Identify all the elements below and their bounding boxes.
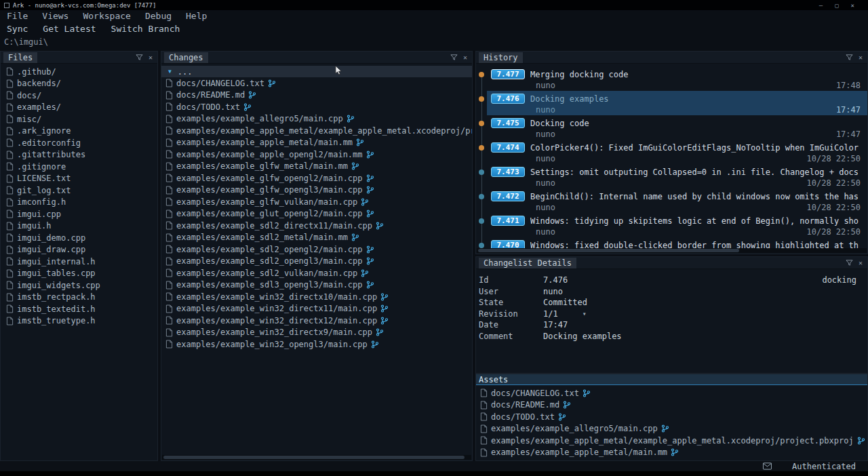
file-tree-item[interactable]: imgui_tables.cpp xyxy=(1,268,157,280)
asset-row[interactable]: docs/README.md xyxy=(476,399,867,412)
changed-file-row[interactable]: docs/CHANGELOG.txt xyxy=(161,77,472,90)
changed-file-row[interactable]: examples/example_glfw_vulkan/main.cpp xyxy=(161,196,472,208)
filter-icon[interactable] xyxy=(136,54,143,61)
commit-dot-icon xyxy=(479,121,484,126)
file-tree-item[interactable]: docs/ xyxy=(1,90,157,102)
changed-file-row[interactable]: examples/example_sdl2_opengl3/main.cpp xyxy=(161,256,472,268)
commit-line2: nuno 17:48 xyxy=(491,80,867,90)
changed-file-path: examples/example_sdl3_opengl3/main.cpp xyxy=(176,280,363,290)
commit-row[interactable]: 7.476 Docking examples nuno 17:47 xyxy=(476,91,867,115)
changed-file-row[interactable]: examples/example_win32_directx12/main.cp… xyxy=(161,315,472,327)
filter-icon[interactable] xyxy=(846,54,853,61)
file-tree-item[interactable]: imconfig.h xyxy=(1,197,157,209)
changed-file-row[interactable]: examples/example_win32_directx11/main.cp… xyxy=(161,303,472,315)
changed-file-row[interactable]: examples/example_apple_metal/main.mm xyxy=(161,137,472,149)
filter-icon[interactable] xyxy=(846,259,853,266)
changed-file-row[interactable]: examples/example_sdl2_directx11/main.cpp xyxy=(161,220,472,232)
changed-file-row[interactable]: examples/example_win32_opengl3/main.cpp xyxy=(161,338,472,351)
changed-file-row[interactable]: docs/TODO.txt xyxy=(161,101,472,113)
menu-item[interactable]: Workspace xyxy=(79,11,134,21)
file-icon xyxy=(165,292,173,301)
commit-row[interactable]: 7.475 Docking code nuno 17:47 xyxy=(476,115,867,140)
file-tree-item[interactable]: .gitignore xyxy=(1,161,157,173)
changed-file-row[interactable]: examples/example_sdl2_opengl2/main.cpp xyxy=(161,243,472,256)
changed-file-row[interactable]: docs/README.md xyxy=(161,90,472,102)
file-tree-item[interactable]: .ark_ignore xyxy=(1,125,157,138)
changed-file-row[interactable]: examples/example_sdl2_vulkan/main.cpp xyxy=(161,267,472,279)
close-panel-icon[interactable]: ✕ xyxy=(859,54,863,61)
file-tree-item[interactable]: .editorconfig xyxy=(1,137,157,149)
changes-panel-header: Changes ✕ xyxy=(161,52,472,64)
file-tree-item[interactable]: imgui_demo.cpp xyxy=(1,232,157,244)
changed-file-row[interactable]: examples/example_glfw_opengl3/main.cpp xyxy=(161,184,472,197)
changed-file-row[interactable]: examples/example_win32_directx10/main.cp… xyxy=(161,291,472,303)
asset-row[interactable]: examples/example_apple_metal/main.mm xyxy=(476,447,867,459)
file-tree-item[interactable]: .github/ xyxy=(1,66,157,78)
scrollbar-thumb[interactable] xyxy=(163,456,465,459)
file-tree-item[interactable]: imgui_draw.cpp xyxy=(1,244,157,256)
changes-root-node[interactable]: ▼ ... xyxy=(161,66,472,77)
changed-file-row[interactable]: examples/example_sdl2_metal/main.mm xyxy=(161,232,472,244)
changed-file-row[interactable]: examples/example_glfw_metal/main.mm xyxy=(161,161,472,173)
changed-file-row[interactable]: examples/example_sdl3_opengl3/main.cpp xyxy=(161,279,472,292)
expand-triangle-icon[interactable]: ▼ xyxy=(168,68,172,75)
file-tree-item[interactable]: misc/ xyxy=(1,113,157,125)
horizontal-scrollbar[interactable] xyxy=(477,248,867,253)
close-panel-icon[interactable]: ✕ xyxy=(463,54,467,61)
commit-row[interactable]: 7.471 Windows: tidying up skipitems logi… xyxy=(476,213,867,237)
file-tree-item[interactable]: imgui.h xyxy=(1,220,157,233)
file-tree-item[interactable]: git_log.txt xyxy=(1,184,157,197)
commit-row[interactable]: 7.473 Settings: omit outputing Collapsed… xyxy=(476,164,867,189)
detail-field: Comment Docking examples xyxy=(479,331,867,342)
vcs-branch-status-icon xyxy=(268,79,276,87)
toolbar-button[interactable]: Switch Branch xyxy=(107,24,184,34)
revision-dropdown-icon[interactable]: ▾ xyxy=(583,310,587,317)
menu-item[interactable]: File xyxy=(3,11,32,21)
scrollbar-thumb[interactable] xyxy=(478,249,739,252)
menu-item[interactable]: Views xyxy=(38,11,73,21)
commit-row[interactable]: 7.474 ColorPicker4(): Fixed ImGuiColorEd… xyxy=(476,140,867,164)
file-tree-item[interactable]: imstb_rectpack.h xyxy=(1,292,157,304)
commit-time: 17:48 xyxy=(836,81,867,90)
file-tree-item[interactable]: imgui_internal.h xyxy=(1,256,157,268)
filter-icon[interactable] xyxy=(450,54,458,61)
changed-file-row[interactable]: examples/example_apple_metal/example_app… xyxy=(161,125,472,137)
file-tree-item[interactable]: backends/ xyxy=(1,78,157,90)
file-tree-item[interactable]: imgui.cpp xyxy=(1,208,157,220)
changed-file-row[interactable]: examples/example_glfw_opengl2/main.cpp xyxy=(161,172,472,184)
menu-item[interactable]: Debug xyxy=(141,11,176,21)
changed-file-row[interactable]: examples/example_allegro5/main.cpp xyxy=(161,113,472,125)
assets-panel: Assets docs/CHANGELOG.txt docs/README.md xyxy=(475,374,868,461)
file-tree-item[interactable]: LICENSE.txt xyxy=(1,173,157,185)
minimize-icon[interactable]: — xyxy=(819,2,823,9)
commit-time: 10/28 22:50 xyxy=(807,227,867,237)
menu-item[interactable]: Help xyxy=(182,11,211,21)
close-panel-icon[interactable]: ✕ xyxy=(149,54,153,61)
close-panel-icon[interactable]: ✕ xyxy=(859,260,863,266)
toolbar-button[interactable]: Sync xyxy=(3,24,32,34)
files-panel-header: Files ✕ xyxy=(1,52,157,64)
changed-file-row[interactable]: examples/example_glut_opengl2/main.cpp xyxy=(161,208,472,220)
asset-row[interactable]: docs/TODO.txt xyxy=(476,411,867,423)
commit-row[interactable]: 7.477 Merging docking code nuno 17:48 xyxy=(476,66,867,91)
file-icon xyxy=(165,126,173,135)
file-tree-item[interactable]: imstb_textedit.h xyxy=(1,303,157,315)
commit-row[interactable]: 7.472 BeginChild(): Internal name used b… xyxy=(476,189,867,213)
file-tree-item[interactable]: examples/ xyxy=(1,102,157,114)
asset-row[interactable]: examples/example_allegro5/main.cpp xyxy=(476,423,867,435)
file-tree-item[interactable]: .gitattributes xyxy=(1,149,157,161)
details-panel-title: Changelist Details xyxy=(479,258,576,269)
file-tree-item[interactable]: imgui_widgets.cpp xyxy=(1,279,157,292)
asset-row[interactable]: docs/CHANGELOG.txt xyxy=(476,387,867,399)
close-window-icon[interactable]: ✕ xyxy=(851,2,854,9)
commit-row[interactable]: 7.470 Windows: fixed double-clicked bord… xyxy=(476,237,867,248)
changed-file-row[interactable]: examples/example_win32_directx9/main.cpp xyxy=(161,327,472,339)
toolbar-button[interactable]: Get Latest xyxy=(39,24,100,34)
horizontal-scrollbar[interactable] xyxy=(162,455,471,460)
file-icon xyxy=(165,138,173,147)
maximize-icon[interactable]: ▢ xyxy=(835,2,838,9)
asset-row[interactable]: examples/example_apple_metal/example_app… xyxy=(476,435,867,447)
changed-file-row[interactable]: examples/example_apple_opengl2/main.mm xyxy=(161,148,472,161)
file-tree-item[interactable]: imstb_truetype.h xyxy=(1,315,157,328)
vcs-branch-status-icon xyxy=(671,448,679,456)
